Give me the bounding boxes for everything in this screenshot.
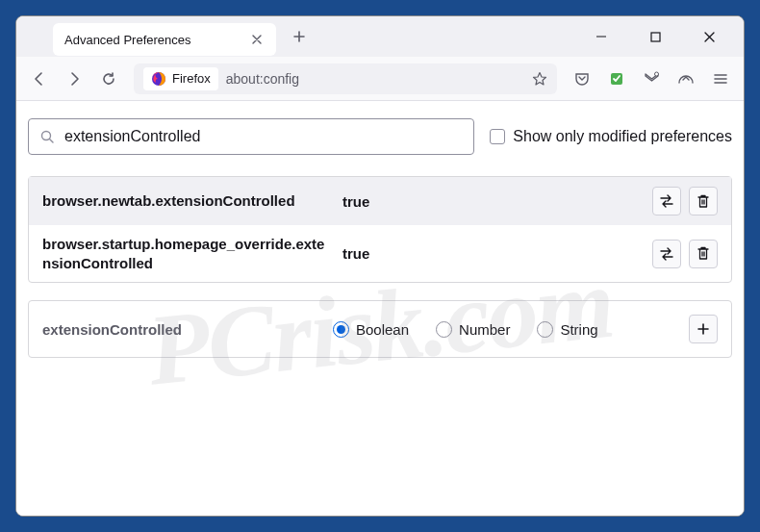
close-tab-icon[interactable] <box>249 32 265 47</box>
search-icon <box>40 130 55 144</box>
nav-toolbar: Firefox about:config <box>16 57 744 101</box>
minimize-button[interactable] <box>584 22 619 51</box>
radio-label: String <box>560 321 597 338</box>
identity-box[interactable]: Firefox <box>143 67 218 90</box>
search-input[interactable] <box>64 128 462 145</box>
radio-boolean[interactable]: Boolean <box>333 321 409 338</box>
trash-icon <box>697 194 710 209</box>
show-modified-checkbox[interactable]: Show only modified preferences <box>490 128 732 145</box>
radio-label: Number <box>459 321 510 338</box>
plus-icon <box>697 322 710 336</box>
browser-window: Advanced Preferences <box>15 15 745 517</box>
checkbox-label: Show only modified preferences <box>513 128 732 145</box>
titlebar: Advanced Preferences <box>16 16 744 57</box>
prefs-table: browser.newtab.extensionControlled true … <box>28 176 732 283</box>
tab-title: Advanced Preferences <box>64 33 249 47</box>
pref-value: true <box>342 193 641 210</box>
account-button[interactable] <box>636 63 667 94</box>
search-box[interactable] <box>28 118 474 155</box>
toggle-button[interactable] <box>652 240 681 268</box>
pref-name: browser.newtab.extensionControlled <box>42 191 331 211</box>
delete-button[interactable] <box>689 240 718 268</box>
extension-button[interactable] <box>601 63 632 94</box>
add-button[interactable] <box>689 315 718 343</box>
toggle-icon <box>659 247 674 261</box>
new-pref-name: extensionControlled <box>42 321 321 338</box>
bookmark-star-icon[interactable] <box>532 71 547 87</box>
radio-icon <box>537 321 553 338</box>
search-row: Show only modified preferences <box>28 118 732 155</box>
app-menu-button[interactable] <box>705 63 736 94</box>
overflow-button[interactable] <box>671 63 701 94</box>
close-window-button[interactable] <box>692 22 726 51</box>
identity-label: Firefox <box>172 71 211 86</box>
pocket-button[interactable] <box>567 63 597 94</box>
svg-point-3 <box>654 72 658 76</box>
window-controls <box>584 22 736 51</box>
toggle-button[interactable] <box>652 187 681 215</box>
type-radio-group: Boolean Number String <box>333 321 677 338</box>
reload-button[interactable] <box>93 63 124 94</box>
toggle-icon <box>659 194 674 208</box>
radio-number[interactable]: Number <box>436 321 510 338</box>
pref-value: true <box>342 245 641 262</box>
maximize-button[interactable] <box>638 22 672 51</box>
url-text: about:config <box>226 71 524 87</box>
new-tab-button[interactable] <box>286 23 313 50</box>
checkbox-icon <box>490 129 505 144</box>
browser-tab[interactable]: Advanced Preferences <box>53 23 276 56</box>
svg-rect-0 <box>651 33 660 41</box>
back-button[interactable] <box>24 63 55 94</box>
pref-row: browser.startup.homepage_override.extens… <box>29 225 731 282</box>
radio-string[interactable]: String <box>537 321 597 338</box>
url-bar[interactable]: Firefox about:config <box>134 63 557 94</box>
radio-label: Boolean <box>356 321 409 338</box>
page-content: Show only modified preferences browser.n… <box>16 101 744 516</box>
radio-icon <box>436 321 452 338</box>
new-pref-row: extensionControlled Boolean Number Strin… <box>28 300 732 358</box>
firefox-logo-icon <box>151 71 166 87</box>
forward-button[interactable] <box>59 63 89 94</box>
trash-icon <box>697 246 710 261</box>
pref-name: browser.startup.homepage_override.extens… <box>42 235 331 272</box>
delete-button[interactable] <box>689 187 718 215</box>
radio-icon <box>333 321 349 338</box>
pref-row: browser.newtab.extensionControlled true <box>29 177 731 225</box>
